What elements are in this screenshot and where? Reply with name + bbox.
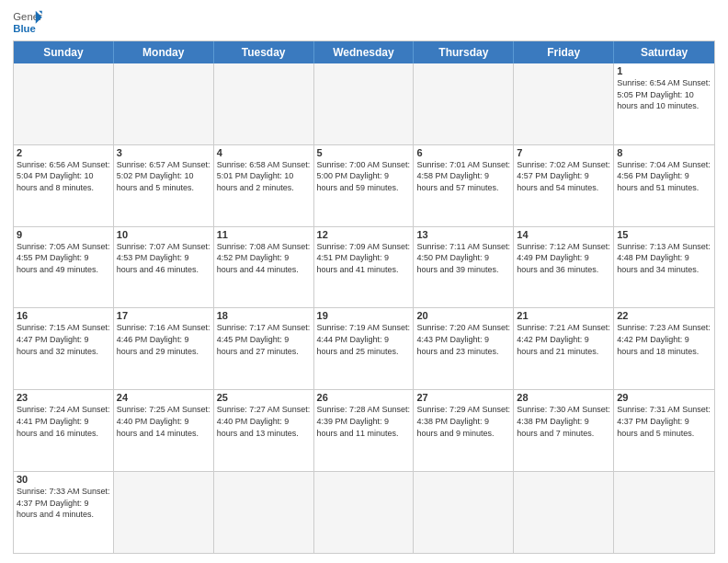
day-header-tuesday: Tuesday (214, 41, 314, 63)
day-number: 5 (317, 147, 411, 158)
day-number: 9 (17, 229, 110, 240)
day-number: 22 (617, 310, 711, 321)
day-number: 12 (317, 229, 411, 240)
day-number: 30 (17, 474, 110, 485)
calendar-cell-empty (514, 63, 614, 144)
day-info: Sunrise: 7:33 AM Sunset: 4:37 PM Dayligh… (17, 486, 110, 521)
day-number: 16 (17, 310, 110, 321)
day-number: 21 (517, 310, 610, 321)
day-info: Sunrise: 7:00 AM Sunset: 5:00 PM Dayligh… (317, 159, 411, 194)
calendar-cell-empty (14, 63, 114, 144)
day-info: Sunrise: 7:20 AM Sunset: 4:43 PM Dayligh… (416, 322, 510, 357)
day-header-monday: Monday (114, 41, 214, 63)
calendar-cell-13: 13Sunrise: 7:11 AM Sunset: 4:50 PM Dayli… (414, 227, 514, 308)
calendar-body: 1Sunrise: 6:54 AM Sunset: 5:05 PM Daylig… (14, 63, 714, 553)
day-header-thursday: Thursday (414, 41, 514, 63)
day-info: Sunrise: 6:56 AM Sunset: 5:04 PM Dayligh… (17, 159, 110, 194)
svg-text:Blue: Blue (13, 23, 36, 34)
day-number: 3 (117, 147, 210, 158)
day-header-wednesday: Wednesday (314, 41, 415, 63)
calendar-cell-14: 14Sunrise: 7:12 AM Sunset: 4:49 PM Dayli… (514, 227, 614, 308)
day-info: Sunrise: 7:05 AM Sunset: 4:55 PM Dayligh… (17, 241, 110, 276)
calendar-cell-21: 21Sunrise: 7:21 AM Sunset: 4:42 PM Dayli… (514, 308, 614, 389)
day-info: Sunrise: 7:01 AM Sunset: 4:58 PM Dayligh… (416, 159, 510, 194)
calendar-cell-17: 17Sunrise: 7:16 AM Sunset: 4:46 PM Dayli… (114, 308, 214, 389)
calendar-cell-28: 28Sunrise: 7:30 AM Sunset: 4:38 PM Dayli… (514, 390, 614, 471)
day-number: 18 (217, 310, 311, 321)
logo: General Blue (13, 9, 42, 35)
calendar-cell-16: 16Sunrise: 7:15 AM Sunset: 4:47 PM Dayli… (14, 308, 114, 389)
calendar-cell-4: 4Sunrise: 6:58 AM Sunset: 5:01 PM Daylig… (214, 145, 314, 226)
calendar-cell-empty (514, 472, 614, 553)
calendar-row-3: 16Sunrise: 7:15 AM Sunset: 4:47 PM Dayli… (14, 307, 714, 389)
calendar-cell-empty (114, 63, 214, 144)
header: General Blue (13, 9, 715, 35)
day-info: Sunrise: 7:16 AM Sunset: 4:46 PM Dayligh… (117, 322, 210, 357)
day-number: 19 (317, 310, 411, 321)
calendar-cell-18: 18Sunrise: 7:17 AM Sunset: 4:45 PM Dayli… (214, 308, 314, 389)
calendar-row-5: 30Sunrise: 7:33 AM Sunset: 4:37 PM Dayli… (14, 471, 714, 553)
day-info: Sunrise: 7:23 AM Sunset: 4:42 PM Dayligh… (617, 322, 711, 357)
day-number: 1 (617, 65, 711, 76)
day-info: Sunrise: 7:24 AM Sunset: 4:41 PM Dayligh… (17, 404, 110, 439)
day-number: 2 (17, 147, 110, 158)
day-info: Sunrise: 6:58 AM Sunset: 5:01 PM Dayligh… (217, 159, 311, 194)
calendar-cell-3: 3Sunrise: 6:57 AM Sunset: 5:02 PM Daylig… (114, 145, 214, 226)
day-number: 13 (416, 229, 510, 240)
day-number: 7 (517, 147, 610, 158)
day-number: 25 (217, 392, 311, 403)
calendar-cell-7: 7Sunrise: 7:02 AM Sunset: 4:57 PM Daylig… (514, 145, 614, 226)
day-number: 11 (217, 229, 311, 240)
calendar-page: General Blue SundayMondayTuesdayWednesda… (0, 0, 728, 563)
day-number: 10 (117, 229, 210, 240)
day-number: 24 (117, 392, 210, 403)
day-info: Sunrise: 7:28 AM Sunset: 4:39 PM Dayligh… (317, 404, 411, 439)
day-number: 14 (517, 229, 610, 240)
day-info: Sunrise: 7:15 AM Sunset: 4:47 PM Dayligh… (17, 322, 110, 357)
calendar-cell-20: 20Sunrise: 7:20 AM Sunset: 4:43 PM Dayli… (414, 308, 514, 389)
day-number: 20 (416, 310, 510, 321)
day-number: 29 (617, 392, 711, 403)
day-info: Sunrise: 7:11 AM Sunset: 4:50 PM Dayligh… (416, 241, 510, 276)
day-info: Sunrise: 7:08 AM Sunset: 4:52 PM Dayligh… (217, 241, 311, 276)
day-info: Sunrise: 7:02 AM Sunset: 4:57 PM Dayligh… (517, 159, 610, 194)
day-header-sunday: Sunday (14, 41, 114, 63)
calendar-cell-5: 5Sunrise: 7:00 AM Sunset: 5:00 PM Daylig… (314, 145, 415, 226)
calendar-cell-26: 26Sunrise: 7:28 AM Sunset: 4:39 PM Dayli… (314, 390, 415, 471)
calendar-cell-19: 19Sunrise: 7:19 AM Sunset: 4:44 PM Dayli… (314, 308, 415, 389)
calendar-cell-6: 6Sunrise: 7:01 AM Sunset: 4:58 PM Daylig… (414, 145, 514, 226)
calendar-row-2: 9Sunrise: 7:05 AM Sunset: 4:55 PM Daylig… (14, 226, 714, 308)
day-info: Sunrise: 7:27 AM Sunset: 4:40 PM Dayligh… (217, 404, 311, 439)
calendar-cell-empty (414, 63, 514, 144)
calendar-cell-27: 27Sunrise: 7:29 AM Sunset: 4:38 PM Dayli… (414, 390, 514, 471)
calendar-cell-empty (214, 472, 314, 553)
calendar-row-0: 1Sunrise: 6:54 AM Sunset: 5:05 PM Daylig… (14, 63, 714, 144)
day-info: Sunrise: 7:19 AM Sunset: 4:44 PM Dayligh… (317, 322, 411, 357)
day-info: Sunrise: 7:21 AM Sunset: 4:42 PM Dayligh… (517, 322, 610, 357)
day-header-friday: Friday (514, 41, 614, 63)
day-number: 26 (317, 392, 411, 403)
day-number: 8 (617, 147, 711, 158)
calendar-cell-15: 15Sunrise: 7:13 AM Sunset: 4:48 PM Dayli… (614, 227, 714, 308)
calendar-cell-empty (114, 472, 214, 553)
calendar-cell-10: 10Sunrise: 7:07 AM Sunset: 4:53 PM Dayli… (114, 227, 214, 308)
day-number: 17 (117, 310, 210, 321)
day-info: Sunrise: 6:54 AM Sunset: 5:05 PM Dayligh… (617, 77, 711, 112)
day-info: Sunrise: 7:30 AM Sunset: 4:38 PM Dayligh… (517, 404, 610, 439)
day-info: Sunrise: 7:17 AM Sunset: 4:45 PM Dayligh… (217, 322, 311, 357)
day-info: Sunrise: 6:57 AM Sunset: 5:02 PM Dayligh… (117, 159, 210, 194)
day-info: Sunrise: 7:13 AM Sunset: 4:48 PM Dayligh… (617, 241, 711, 276)
logo-icon: General Blue (13, 9, 42, 35)
calendar-cell-25: 25Sunrise: 7:27 AM Sunset: 4:40 PM Dayli… (214, 390, 314, 471)
day-info: Sunrise: 7:31 AM Sunset: 4:37 PM Dayligh… (617, 404, 711, 439)
day-info: Sunrise: 7:12 AM Sunset: 4:49 PM Dayligh… (517, 241, 610, 276)
calendar-cell-empty (614, 472, 714, 553)
calendar-cell-empty (214, 63, 314, 144)
day-number: 4 (217, 147, 311, 158)
calendar-header: SundayMondayTuesdayWednesdayThursdayFrid… (14, 41, 714, 63)
day-number: 15 (617, 229, 711, 240)
calendar-cell-12: 12Sunrise: 7:09 AM Sunset: 4:51 PM Dayli… (314, 227, 415, 308)
calendar-cell-9: 9Sunrise: 7:05 AM Sunset: 4:55 PM Daylig… (14, 227, 114, 308)
day-number: 28 (517, 392, 610, 403)
calendar-cell-30: 30Sunrise: 7:33 AM Sunset: 4:37 PM Dayli… (14, 472, 114, 553)
